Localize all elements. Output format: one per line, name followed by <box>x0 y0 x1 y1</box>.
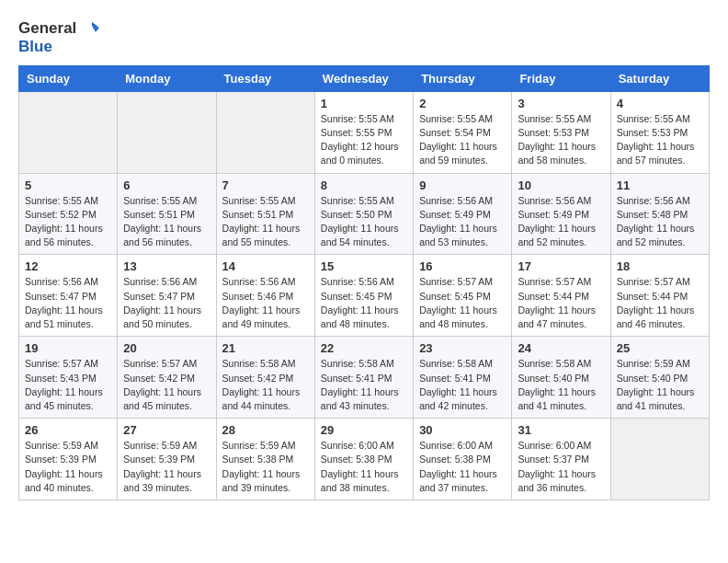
calendar-week-row: 26Sunrise: 5:59 AMSunset: 5:39 PMDayligh… <box>19 419 710 500</box>
cell-info: Sunrise: 5:55 AMSunset: 5:51 PMDaylight:… <box>222 194 309 250</box>
calendar-cell: 19Sunrise: 5:57 AMSunset: 5:43 PMDayligh… <box>19 337 118 419</box>
day-number: 16 <box>419 259 506 273</box>
calendar-cell: 31Sunrise: 6:00 AMSunset: 5:37 PMDayligh… <box>512 419 610 500</box>
calendar-cell <box>118 91 216 173</box>
weekday-header-friday: Friday <box>512 65 610 91</box>
calendar-cell: 6Sunrise: 5:55 AMSunset: 5:51 PMDaylight… <box>118 173 216 255</box>
cell-info: Sunrise: 5:59 AMSunset: 5:38 PMDaylight:… <box>222 439 309 495</box>
calendar-cell <box>610 419 709 500</box>
calendar-cell: 10Sunrise: 5:56 AMSunset: 5:49 PMDayligh… <box>512 173 610 255</box>
calendar-cell: 4Sunrise: 5:55 AMSunset: 5:53 PMDaylight… <box>610 91 709 173</box>
cell-info: Sunrise: 5:57 AMSunset: 5:44 PMDaylight:… <box>617 275 703 331</box>
day-number: 6 <box>123 178 210 192</box>
day-number: 27 <box>123 423 210 437</box>
calendar-cell: 5Sunrise: 5:55 AMSunset: 5:52 PMDaylight… <box>19 173 118 255</box>
cell-info: Sunrise: 5:55 AMSunset: 5:53 PMDaylight:… <box>617 112 703 168</box>
calendar-cell: 2Sunrise: 5:55 AMSunset: 5:54 PMDaylight… <box>414 91 512 173</box>
cell-info: Sunrise: 5:58 AMSunset: 5:41 PMDaylight:… <box>419 357 506 413</box>
cell-info: Sunrise: 5:58 AMSunset: 5:42 PMDaylight:… <box>222 357 309 413</box>
cell-info: Sunrise: 5:57 AMSunset: 5:43 PMDaylight:… <box>25 357 111 413</box>
day-number: 29 <box>321 423 407 437</box>
calendar-cell: 18Sunrise: 5:57 AMSunset: 5:44 PMDayligh… <box>610 255 709 337</box>
calendar-cell: 23Sunrise: 5:58 AMSunset: 5:41 PMDayligh… <box>414 337 512 419</box>
calendar-cell: 30Sunrise: 6:00 AMSunset: 5:38 PMDayligh… <box>414 419 512 500</box>
calendar-week-row: 12Sunrise: 5:56 AMSunset: 5:47 PMDayligh… <box>19 255 710 337</box>
weekday-header-sunday: Sunday <box>19 65 118 91</box>
calendar-cell: 8Sunrise: 5:55 AMSunset: 5:50 PMDaylight… <box>314 173 413 255</box>
cell-info: Sunrise: 6:00 AMSunset: 5:38 PMDaylight:… <box>419 439 506 495</box>
calendar-cell: 7Sunrise: 5:55 AMSunset: 5:51 PMDaylight… <box>216 173 314 255</box>
cell-info: Sunrise: 5:57 AMSunset: 5:42 PMDaylight:… <box>123 357 210 413</box>
cell-info: Sunrise: 5:55 AMSunset: 5:52 PMDaylight:… <box>25 194 111 250</box>
calendar-cell: 27Sunrise: 5:59 AMSunset: 5:39 PMDayligh… <box>118 419 216 500</box>
svg-marker-1 <box>92 26 99 32</box>
calendar-cell: 1Sunrise: 5:55 AMSunset: 5:55 PMDaylight… <box>314 91 413 173</box>
cell-info: Sunrise: 5:55 AMSunset: 5:51 PMDaylight:… <box>123 194 210 250</box>
day-number: 19 <box>25 341 111 355</box>
day-number: 22 <box>321 341 407 355</box>
day-number: 17 <box>518 259 604 273</box>
cell-info: Sunrise: 6:00 AMSunset: 5:37 PMDaylight:… <box>518 439 604 495</box>
calendar-cell: 22Sunrise: 5:58 AMSunset: 5:41 PMDayligh… <box>314 337 413 419</box>
day-number: 2 <box>419 97 506 110</box>
cell-info: Sunrise: 5:58 AMSunset: 5:41 PMDaylight:… <box>321 357 407 413</box>
calendar-cell: 11Sunrise: 5:56 AMSunset: 5:48 PMDayligh… <box>610 173 709 255</box>
calendar-cell: 3Sunrise: 5:55 AMSunset: 5:53 PMDaylight… <box>512 91 610 173</box>
day-number: 30 <box>419 423 506 437</box>
weekday-header-saturday: Saturday <box>610 65 709 91</box>
day-number: 11 <box>617 178 703 192</box>
calendar-cell: 9Sunrise: 5:56 AMSunset: 5:49 PMDaylight… <box>414 173 512 255</box>
calendar-cell: 29Sunrise: 6:00 AMSunset: 5:38 PMDayligh… <box>314 419 413 500</box>
day-number: 20 <box>123 341 210 355</box>
day-number: 23 <box>419 341 506 355</box>
logo-bird-icon <box>79 18 99 39</box>
calendar-cell <box>19 91 118 173</box>
weekday-header-tuesday: Tuesday <box>216 65 314 91</box>
day-number: 12 <box>25 259 111 273</box>
day-number: 31 <box>518 423 604 437</box>
calendar-cell: 12Sunrise: 5:56 AMSunset: 5:47 PMDayligh… <box>19 255 118 337</box>
day-number: 18 <box>617 259 703 273</box>
calendar-cell: 17Sunrise: 5:57 AMSunset: 5:44 PMDayligh… <box>512 255 610 337</box>
cell-info: Sunrise: 5:55 AMSunset: 5:55 PMDaylight:… <box>321 112 407 168</box>
calendar-cell: 21Sunrise: 5:58 AMSunset: 5:42 PMDayligh… <box>216 337 314 419</box>
cell-info: Sunrise: 6:00 AMSunset: 5:38 PMDaylight:… <box>321 439 407 495</box>
day-number: 21 <box>222 341 309 355</box>
logo-general: General <box>18 20 76 38</box>
cell-info: Sunrise: 5:55 AMSunset: 5:50 PMDaylight:… <box>321 194 407 250</box>
cell-info: Sunrise: 5:58 AMSunset: 5:40 PMDaylight:… <box>518 357 604 413</box>
calendar-cell: 16Sunrise: 5:57 AMSunset: 5:45 PMDayligh… <box>414 255 512 337</box>
cell-info: Sunrise: 5:56 AMSunset: 5:48 PMDaylight:… <box>617 194 703 250</box>
day-number: 28 <box>222 423 309 437</box>
cell-info: Sunrise: 5:56 AMSunset: 5:49 PMDaylight:… <box>518 194 604 250</box>
day-number: 14 <box>222 259 309 273</box>
day-number: 3 <box>518 97 604 110</box>
calendar-cell: 13Sunrise: 5:56 AMSunset: 5:47 PMDayligh… <box>118 255 216 337</box>
cell-info: Sunrise: 5:57 AMSunset: 5:44 PMDaylight:… <box>518 275 604 331</box>
cell-info: Sunrise: 5:55 AMSunset: 5:53 PMDaylight:… <box>518 112 604 168</box>
day-number: 8 <box>321 178 407 192</box>
calendar-week-row: 19Sunrise: 5:57 AMSunset: 5:43 PMDayligh… <box>19 337 710 419</box>
weekday-header-row: SundayMondayTuesdayWednesdayThursdayFrid… <box>19 65 710 91</box>
day-number: 10 <box>518 178 604 192</box>
day-number: 24 <box>518 341 604 355</box>
day-number: 25 <box>617 341 703 355</box>
cell-info: Sunrise: 5:57 AMSunset: 5:45 PMDaylight:… <box>419 275 506 331</box>
cell-info: Sunrise: 5:56 AMSunset: 5:49 PMDaylight:… <box>419 194 506 250</box>
day-number: 15 <box>321 259 407 273</box>
cell-info: Sunrise: 5:56 AMSunset: 5:47 PMDaylight:… <box>123 275 210 331</box>
cell-info: Sunrise: 5:56 AMSunset: 5:46 PMDaylight:… <box>222 275 309 331</box>
page-header: General Blue <box>18 18 710 56</box>
calendar-cell <box>216 91 314 173</box>
calendar-cell: 14Sunrise: 5:56 AMSunset: 5:46 PMDayligh… <box>216 255 314 337</box>
weekday-header-wednesday: Wednesday <box>314 65 413 91</box>
day-number: 7 <box>222 178 309 192</box>
calendar-week-row: 5Sunrise: 5:55 AMSunset: 5:52 PMDaylight… <box>19 173 710 255</box>
day-number: 26 <box>25 423 111 437</box>
cell-info: Sunrise: 5:59 AMSunset: 5:40 PMDaylight:… <box>617 357 703 413</box>
cell-info: Sunrise: 5:59 AMSunset: 5:39 PMDaylight:… <box>25 439 111 495</box>
day-number: 5 <box>25 178 111 192</box>
cell-info: Sunrise: 5:56 AMSunset: 5:45 PMDaylight:… <box>321 275 407 331</box>
calendar-cell: 25Sunrise: 5:59 AMSunset: 5:40 PMDayligh… <box>610 337 709 419</box>
calendar-table: SundayMondayTuesdayWednesdayThursdayFrid… <box>18 65 710 500</box>
